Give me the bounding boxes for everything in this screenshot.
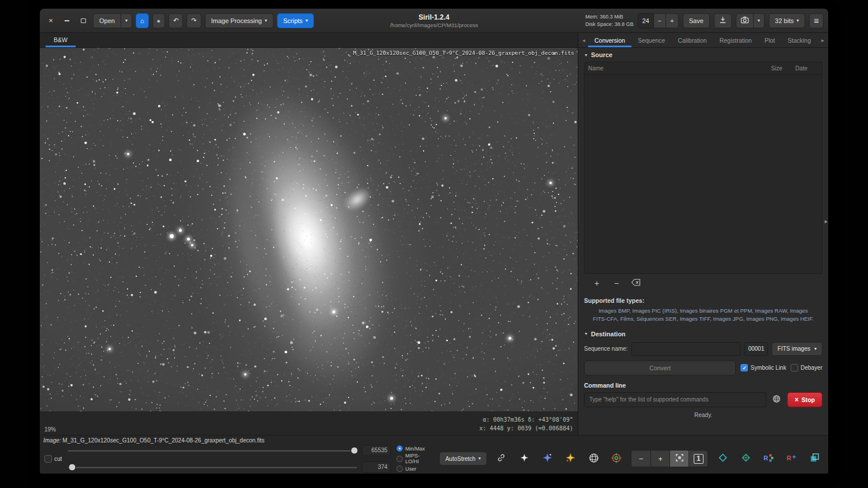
column-name[interactable]: Name [585,65,771,72]
rgb-composition-button[interactable]: R [760,450,777,467]
hi-slider-row [68,445,391,456]
undo-button[interactable]: ↶ [169,13,183,28]
zoom-one-button[interactable]: 1 [689,451,708,467]
symbolic-link-checkbox[interactable]: ✓ Symbolic Link [740,364,786,371]
window-title: Siril-1.2.4 [390,13,478,21]
stop-button[interactable]: × Stop [787,392,822,407]
chevron-down-icon: ▾ [796,18,799,23]
add-files-button[interactable]: + [589,276,605,290]
radio-minmax[interactable]: Min/Max [396,445,433,452]
zoom-out-button[interactable]: − [631,451,650,467]
hi-value-input[interactable] [362,445,391,456]
redo-button[interactable]: ↷ [186,13,201,28]
file-list-body[interactable] [585,75,822,273]
photometry-button[interactable] [608,450,625,467]
maximize-icon [81,18,86,23]
spin-increment-button[interactable]: + [666,13,678,28]
zoom-in-button[interactable]: + [650,451,669,467]
command-input[interactable] [584,392,766,407]
tab-conversion[interactable]: Conversion [588,33,631,47]
save-button[interactable]: Save [683,13,710,28]
clear-list-button[interactable] [628,276,644,290]
supported-types-text: Images BMP, Images PIC (IRIS), Images bi… [584,307,822,324]
open-recent-button[interactable]: ▾ [121,13,132,28]
open-split-button: Open ▾ [93,13,132,28]
start-index-input[interactable] [744,342,768,356]
lo-slider[interactable] [68,466,357,468]
undo-icon: ↶ [173,17,178,24]
minimize-button[interactable] [61,14,73,27]
debayer-checkbox[interactable]: Debayer [791,364,822,371]
source-file-list[interactable]: Name Size Date [584,62,822,274]
snapshot-options-button[interactable]: ▾ [754,13,765,28]
record-icon: ● [157,17,161,24]
tools-panel: ◂ Conversion Sequence Calibration Regist… [578,33,828,435]
remove-files-button[interactable]: − [608,276,624,290]
tab-registration[interactable]: Registration [713,33,758,47]
maximize-button[interactable] [77,14,89,27]
lo-value-input[interactable] [362,461,391,473]
column-date[interactable]: Date [795,65,822,72]
rgb-align-button[interactable]: R [783,450,800,467]
celestial-grid-button[interactable] [585,450,603,467]
pixel-math-button[interactable] [806,450,824,467]
hi-slider[interactable] [68,449,357,452]
radio-mips[interactable]: MIPS-LO/HI [396,453,433,464]
tabs-scroll-left-button[interactable]: ◂ [579,33,588,47]
target-circles-icon [611,453,622,465]
tab-calibration[interactable]: Calibration [671,33,713,47]
command-line-row: × Stop [584,392,822,407]
convert-button[interactable]: Convert [584,361,736,376]
tab-stacking[interactable]: Stacking [781,33,817,47]
spin-decrement-button[interactable]: − [654,13,666,28]
cut-label: cut [54,456,62,462]
panel-collapse-handle[interactable]: ▸ [825,218,828,224]
camera-icon [740,16,749,25]
command-help-button[interactable] [770,393,784,407]
zoom-in-icon: + [659,455,663,463]
radio-user[interactable]: User [396,466,433,472]
stretch-mode-dropdown[interactable]: AutoStretch ▾ [439,452,487,466]
cyan-grid-diamond-icon [741,453,751,464]
star-annotate-button[interactable] [539,450,556,467]
source-section-header[interactable]: ▼ Source [584,51,822,58]
column-size[interactable]: Size [771,65,795,72]
tab-bw[interactable]: B&W [46,34,76,47]
tabs-scroll-right-button[interactable]: ▸ [818,33,827,47]
destination-section-header[interactable]: ▼ Destination [584,331,822,337]
hi-slider-handle[interactable] [351,447,358,455]
open-button[interactable]: Open [93,13,121,28]
link-channels-button[interactable] [493,450,510,467]
snapshot-button[interactable] [736,13,754,28]
download-icon [719,16,727,25]
image-canvas[interactable]: M_31_G_120x120sec_G100_O50_T-9°C_2024-08… [40,48,578,411]
cut-checkbox[interactable]: cut [44,455,62,463]
star-mask-button[interactable] [516,450,533,467]
spin-value-input[interactable] [638,13,654,28]
scripts-menu-button[interactable]: Scripts ▾ [277,13,315,28]
tab-sequence[interactable]: Sequence [631,33,671,47]
zoom-percent: 19% [44,426,56,433]
sequence-name-input[interactable] [631,342,741,356]
bit-depth-label: 32 bits [775,17,794,24]
tab-plot[interactable]: Plot [758,33,781,47]
hamburger-menu-button[interactable]: ≡ [809,13,824,28]
save-as-button[interactable] [714,13,732,28]
image-processing-menu-button[interactable]: Image Processing ▾ [205,13,274,28]
record-button[interactable]: ● [152,13,166,28]
home-button[interactable]: ⌂ [136,13,149,28]
svg-text:R: R [764,455,768,461]
titlebar[interactable]: × Open ▾ ⌂ ● ↶ ↷ Image Processing ▾ Scri… [40,9,828,33]
output-format-label: FITS images [777,346,810,352]
background-samples-button[interactable] [714,450,731,467]
radio-user-label: User [405,466,416,472]
lo-slider-handle[interactable] [68,464,76,471]
star-detection-button[interactable] [562,450,579,467]
close-button[interactable]: × [44,14,57,27]
expander-icon: ▼ [584,53,588,57]
image-pane: B&W [40,33,578,435]
background-extraction-button[interactable] [737,450,754,467]
bit-depth-dropdown[interactable]: 32 bits ▾ [769,13,805,28]
output-format-dropdown[interactable]: FITS images ▾ [772,342,822,356]
zoom-fit-button[interactable] [669,451,689,467]
